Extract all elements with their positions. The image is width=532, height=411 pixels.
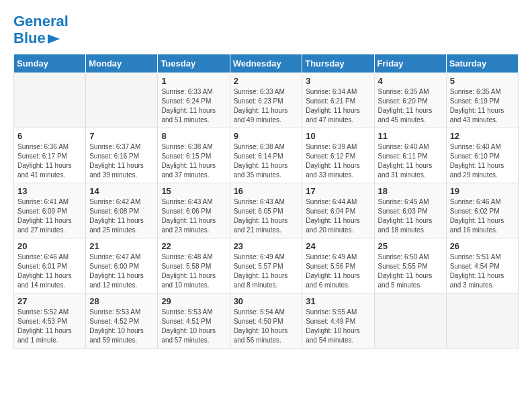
- header-tuesday: Tuesday: [158, 54, 230, 73]
- calendar-week-row: 13Sunrise: 6:41 AMSunset: 6:09 PMDayligh…: [14, 183, 519, 238]
- calendar-cell: 24Sunrise: 6:49 AMSunset: 5:56 PMDayligh…: [302, 238, 374, 293]
- calendar-cell: 8Sunrise: 6:38 AMSunset: 6:15 PMDaylight…: [158, 128, 230, 183]
- calendar-cell: 27Sunrise: 5:52 AMSunset: 4:53 PMDayligh…: [14, 293, 86, 349]
- day-number: 29: [161, 296, 226, 306]
- day-info: Sunrise: 6:35 AMSunset: 6:19 PMDaylight:…: [450, 87, 515, 125]
- day-info: Sunrise: 6:49 AMSunset: 5:56 PMDaylight:…: [306, 253, 370, 290]
- logo-line2: Blue: [13, 30, 46, 46]
- svg-marker-0: [48, 34, 60, 44]
- header-monday: Monday: [86, 54, 158, 73]
- day-info: Sunrise: 5:53 AMSunset: 4:52 PMDaylight:…: [89, 308, 154, 345]
- calendar-cell: 6Sunrise: 6:36 AMSunset: 6:17 PMDaylight…: [14, 128, 86, 183]
- day-number: 23: [234, 241, 299, 251]
- calendar-header-row: SundayMondayTuesdayWednesdayThursdayFrid…: [14, 54, 519, 73]
- day-number: 19: [450, 186, 515, 196]
- logo-text: General Blue: [13, 13, 69, 47]
- page-header: General Blue: [13, 13, 519, 47]
- header-friday: Friday: [374, 54, 446, 73]
- calendar-cell: 14Sunrise: 6:42 AMSunset: 6:08 PMDayligh…: [86, 183, 158, 238]
- day-info: Sunrise: 6:41 AMSunset: 6:09 PMDaylight:…: [17, 197, 82, 235]
- calendar-cell: 11Sunrise: 6:40 AMSunset: 6:11 PMDayligh…: [374, 128, 446, 183]
- day-number: 30: [234, 296, 299, 306]
- day-info: Sunrise: 5:53 AMSunset: 4:51 PMDaylight:…: [161, 308, 226, 345]
- calendar-cell: 7Sunrise: 6:37 AMSunset: 6:16 PMDaylight…: [86, 128, 158, 183]
- day-number: 12: [450, 131, 515, 141]
- calendar-cell: 17Sunrise: 6:44 AMSunset: 6:04 PMDayligh…: [302, 183, 374, 238]
- day-info: Sunrise: 6:35 AMSunset: 6:20 PMDaylight:…: [378, 87, 443, 125]
- day-number: 13: [17, 186, 82, 196]
- day-info: Sunrise: 6:36 AMSunset: 6:17 PMDaylight:…: [17, 142, 82, 180]
- day-info: Sunrise: 6:48 AMSunset: 5:58 PMDaylight:…: [161, 253, 226, 290]
- calendar-week-row: 27Sunrise: 5:52 AMSunset: 4:53 PMDayligh…: [14, 293, 519, 349]
- day-number: 24: [306, 241, 370, 251]
- calendar-cell: [86, 73, 158, 128]
- day-info: Sunrise: 6:37 AMSunset: 6:16 PMDaylight:…: [89, 142, 154, 180]
- day-number: 27: [17, 296, 82, 306]
- day-number: 3: [306, 76, 370, 86]
- day-info: Sunrise: 5:55 AMSunset: 4:49 PMDaylight:…: [306, 308, 370, 345]
- day-info: Sunrise: 6:46 AMSunset: 6:01 PMDaylight:…: [17, 253, 82, 290]
- day-number: 26: [450, 241, 515, 251]
- calendar-cell: 29Sunrise: 5:53 AMSunset: 4:51 PMDayligh…: [158, 293, 230, 349]
- day-info: Sunrise: 5:52 AMSunset: 4:53 PMDaylight:…: [17, 308, 82, 345]
- day-info: Sunrise: 6:34 AMSunset: 6:21 PMDaylight:…: [306, 87, 370, 125]
- calendar-cell: 28Sunrise: 5:53 AMSunset: 4:52 PMDayligh…: [86, 293, 158, 349]
- day-number: 5: [450, 76, 515, 86]
- calendar-cell: 10Sunrise: 6:39 AMSunset: 6:12 PMDayligh…: [302, 128, 374, 183]
- calendar-cell: 26Sunrise: 5:51 AMSunset: 4:54 PMDayligh…: [446, 238, 518, 293]
- logo-line1: General: [13, 13, 69, 30]
- calendar-cell: 12Sunrise: 6:40 AMSunset: 6:10 PMDayligh…: [446, 128, 518, 183]
- day-info: Sunrise: 6:38 AMSunset: 6:14 PMDaylight:…: [234, 142, 299, 180]
- day-number: 2: [234, 76, 299, 86]
- calendar-cell: 13Sunrise: 6:41 AMSunset: 6:09 PMDayligh…: [14, 183, 86, 238]
- day-info: Sunrise: 6:44 AMSunset: 6:04 PMDaylight:…: [306, 197, 370, 235]
- calendar-cell: 19Sunrise: 6:46 AMSunset: 6:02 PMDayligh…: [446, 183, 518, 238]
- day-number: 7: [89, 131, 154, 141]
- calendar-cell: 3Sunrise: 6:34 AMSunset: 6:21 PMDaylight…: [302, 73, 374, 128]
- day-number: 28: [89, 296, 154, 306]
- calendar-cell: [14, 73, 86, 128]
- header-thursday: Thursday: [302, 54, 374, 73]
- day-number: 15: [161, 186, 226, 196]
- day-info: Sunrise: 6:40 AMSunset: 6:11 PMDaylight:…: [378, 142, 443, 180]
- header-saturday: Saturday: [446, 54, 518, 73]
- day-info: Sunrise: 6:33 AMSunset: 6:23 PMDaylight:…: [234, 87, 299, 125]
- day-info: Sunrise: 6:39 AMSunset: 6:12 PMDaylight:…: [306, 142, 370, 180]
- logo: General Blue: [13, 13, 69, 47]
- calendar-cell: 22Sunrise: 6:48 AMSunset: 5:58 PMDayligh…: [158, 238, 230, 293]
- day-info: Sunrise: 6:50 AMSunset: 5:55 PMDaylight:…: [378, 253, 443, 290]
- calendar-cell: 21Sunrise: 6:47 AMSunset: 6:00 PMDayligh…: [86, 238, 158, 293]
- calendar-cell: 2Sunrise: 6:33 AMSunset: 6:23 PMDaylight…: [230, 73, 302, 128]
- calendar-cell: 25Sunrise: 6:50 AMSunset: 5:55 PMDayligh…: [374, 238, 446, 293]
- day-info: Sunrise: 6:49 AMSunset: 5:57 PMDaylight:…: [234, 253, 299, 290]
- calendar-cell: 18Sunrise: 6:45 AMSunset: 6:03 PMDayligh…: [374, 183, 446, 238]
- header-sunday: Sunday: [14, 54, 86, 73]
- calendar-cell: 4Sunrise: 6:35 AMSunset: 6:20 PMDaylight…: [374, 73, 446, 128]
- calendar-table: SundayMondayTuesdayWednesdayThursdayFrid…: [13, 54, 519, 349]
- header-wednesday: Wednesday: [230, 54, 302, 73]
- day-number: 17: [306, 186, 370, 196]
- calendar-cell: 5Sunrise: 6:35 AMSunset: 6:19 PMDaylight…: [446, 73, 518, 128]
- calendar-cell: 31Sunrise: 5:55 AMSunset: 4:49 PMDayligh…: [302, 293, 374, 349]
- calendar-cell: 16Sunrise: 6:43 AMSunset: 6:05 PMDayligh…: [230, 183, 302, 238]
- day-number: 1: [161, 76, 226, 86]
- calendar-week-row: 20Sunrise: 6:46 AMSunset: 6:01 PMDayligh…: [14, 238, 519, 293]
- day-number: 9: [234, 131, 299, 141]
- day-info: Sunrise: 6:43 AMSunset: 6:05 PMDaylight:…: [234, 197, 299, 235]
- day-number: 11: [378, 131, 443, 141]
- calendar-cell: 20Sunrise: 6:46 AMSunset: 6:01 PMDayligh…: [14, 238, 86, 293]
- day-number: 16: [234, 186, 299, 196]
- day-info: Sunrise: 6:43 AMSunset: 6:06 PMDaylight:…: [161, 197, 226, 235]
- day-info: Sunrise: 6:38 AMSunset: 6:15 PMDaylight:…: [161, 142, 226, 180]
- day-info: Sunrise: 5:54 AMSunset: 4:50 PMDaylight:…: [234, 308, 299, 345]
- calendar-cell: 23Sunrise: 6:49 AMSunset: 5:57 PMDayligh…: [230, 238, 302, 293]
- day-number: 22: [161, 241, 226, 251]
- logo-icon: [48, 34, 60, 44]
- calendar-week-row: 1Sunrise: 6:33 AMSunset: 6:24 PMDaylight…: [14, 73, 519, 128]
- calendar-cell: 15Sunrise: 6:43 AMSunset: 6:06 PMDayligh…: [158, 183, 230, 238]
- calendar-cell: [374, 293, 446, 349]
- calendar-week-row: 6Sunrise: 6:36 AMSunset: 6:17 PMDaylight…: [14, 128, 519, 183]
- day-number: 20: [17, 241, 82, 251]
- day-number: 4: [378, 76, 443, 86]
- calendar-cell: 1Sunrise: 6:33 AMSunset: 6:24 PMDaylight…: [158, 73, 230, 128]
